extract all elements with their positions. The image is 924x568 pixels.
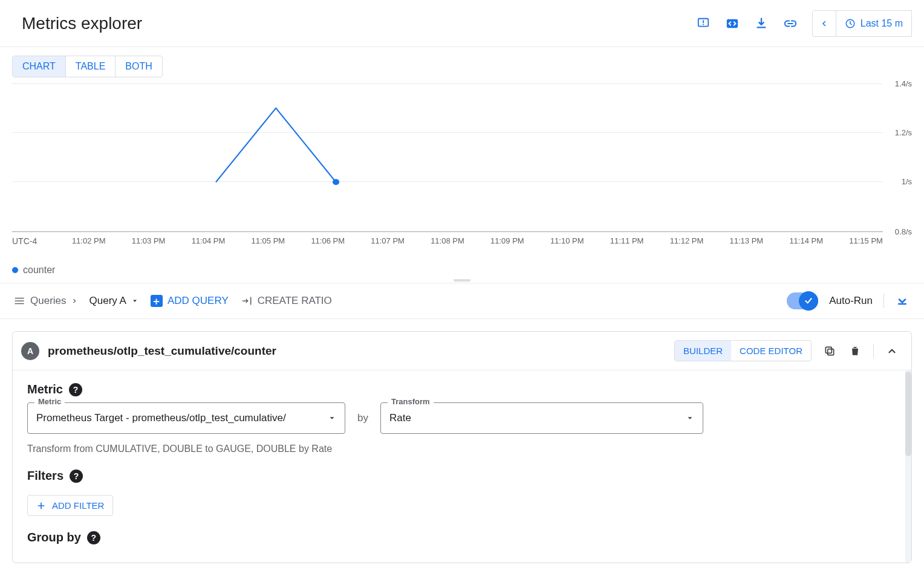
chevron-right-icon (71, 298, 77, 304)
query-path: prometheus/otlp_test_cumulative/counter (48, 344, 276, 358)
y-tick: 1.4/s (895, 79, 912, 88)
timezone-label: UTC-4 (12, 236, 37, 246)
x-tick: 11:03 PM (132, 236, 166, 245)
collapse-icon[interactable] (895, 294, 909, 308)
metric-select[interactable]: Prometheus Target - prometheus/otlp_test… (27, 402, 345, 434)
transform-value: Rate (389, 412, 411, 424)
add-query-button[interactable]: ＋ ADD QUERY (151, 295, 229, 307)
tab-builder[interactable]: BUILDER (675, 341, 731, 361)
svg-point-8 (15, 303, 16, 305)
y-tick: 0.8/s (895, 227, 912, 236)
caret-down-icon (131, 297, 138, 305)
transform-field-label: Transform (388, 397, 434, 406)
y-tick: 1/s (902, 176, 912, 186)
clock-icon (845, 18, 856, 29)
tab-chart[interactable]: CHART (13, 56, 66, 77)
svg-rect-10 (825, 347, 831, 353)
x-tick: 11:06 PM (311, 236, 345, 245)
help-icon[interactable]: ? (69, 383, 82, 396)
svg-rect-1 (703, 20, 704, 23)
caret-down-icon (328, 414, 336, 422)
metric-section-title: Metric (27, 382, 63, 396)
code-icon[interactable] (725, 16, 740, 31)
x-tick: 11:04 PM (192, 236, 226, 245)
svg-rect-2 (703, 24, 704, 25)
current-query-dropdown[interactable]: Query A (89, 295, 138, 307)
x-tick: 11:11 PM (610, 236, 644, 245)
transform-select[interactable]: Rate (380, 402, 703, 434)
tab-both[interactable]: BOTH (116, 56, 161, 77)
time-prev-button[interactable] (812, 10, 836, 37)
view-mode-segment: CHART TABLE BOTH (12, 56, 163, 77)
time-range-picker[interactable]: Last 15 m (836, 10, 912, 37)
metric-field-label: Metric (34, 397, 65, 406)
x-tick: 11:02 PM (72, 236, 106, 245)
caret-down-icon (686, 414, 694, 422)
link-icon[interactable] (783, 16, 798, 31)
x-tick: 11:09 PM (490, 236, 524, 245)
chart-line (12, 83, 883, 231)
metric-value: Prometheus Target - prometheus/otlp_test… (36, 412, 286, 424)
tab-code-editor[interactable]: CODE EDITOR (731, 341, 811, 361)
legend-swatch (12, 267, 18, 273)
delete-icon[interactable] (848, 344, 862, 358)
x-tick: 11:14 PM (789, 236, 823, 245)
help-icon[interactable]: ? (70, 470, 83, 483)
list-icon (15, 295, 25, 306)
help-icon[interactable]: ? (87, 531, 100, 544)
auto-run-label: Auto-Run (829, 295, 873, 307)
time-range-label: Last 15 m (861, 18, 903, 29)
filters-section-title: Filters (27, 469, 63, 483)
query-badge: A (21, 342, 39, 360)
svg-rect-9 (828, 349, 834, 355)
x-tick: 11:12 PM (670, 236, 704, 245)
x-tick: 11:10 PM (550, 236, 584, 245)
transform-note: Transform from CUMULATIVE, DOUBLE to GAU… (27, 444, 897, 454)
svg-point-7 (15, 300, 16, 302)
groupby-section-title: Group by (27, 531, 81, 544)
tab-table[interactable]: TABLE (66, 56, 116, 77)
svg-point-6 (15, 298, 16, 299)
chart: 1.4/s 1.2/s 1/s 0.8/s UTC-4 00:00 PM 11:… (12, 83, 912, 276)
resize-handle[interactable] (0, 276, 924, 283)
by-label: by (357, 412, 368, 424)
download-icon[interactable] (754, 16, 769, 31)
y-tick: 1.2/s (895, 127, 912, 137)
queries-breadcrumb[interactable]: Queries (15, 295, 77, 307)
editor-mode-segment: BUILDER CODE EDITOR (674, 340, 812, 361)
plus-icon: ＋ (151, 295, 163, 307)
svg-point-5 (333, 179, 339, 185)
feedback-icon[interactable] (696, 16, 711, 31)
x-tick: 11:07 PM (371, 236, 405, 245)
add-filter-button[interactable]: ADD FILTER (27, 495, 113, 516)
x-tick: 11:05 PM (252, 236, 285, 245)
plus-icon (36, 501, 46, 511)
chevron-up-icon[interactable] (885, 344, 899, 358)
scrollbar-thumb[interactable] (905, 372, 911, 456)
x-tick: 11:13 PM (730, 236, 764, 245)
check-icon (799, 291, 818, 311)
page-title: Metrics explorer (22, 14, 142, 33)
x-tick: 11:08 PM (431, 236, 464, 245)
ratio-icon (241, 295, 253, 307)
create-ratio-button[interactable]: CREATE RATIO (241, 295, 332, 307)
legend-label: counter (23, 265, 55, 276)
queries-label: Queries (30, 295, 67, 307)
auto-run-toggle[interactable] (787, 292, 818, 309)
copy-icon[interactable] (822, 344, 837, 358)
x-tick: 11:15 PM (849, 236, 883, 245)
